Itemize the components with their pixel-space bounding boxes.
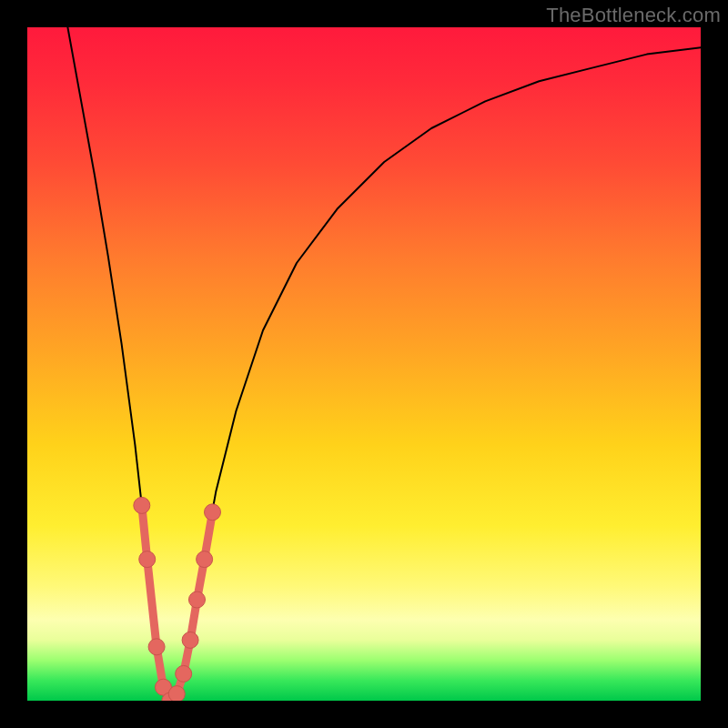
bead-dot [139,551,156,568]
bead-dot [134,497,150,513]
bead-dot [148,639,165,655]
chart-frame: TheBottleneck.com [0,0,728,728]
plot-area [27,27,701,701]
bead-dot [168,686,185,701]
bead-segment [147,560,157,647]
bead-dot [188,592,205,608]
bottleneck-curve [27,27,701,701]
curve-path [67,27,701,701]
bead-dot [197,551,213,568]
bead-dot [205,504,221,521]
watermark-text: TheBottleneck.com [546,4,721,27]
bead-dot [176,665,192,682]
bead-dot [182,632,198,648]
